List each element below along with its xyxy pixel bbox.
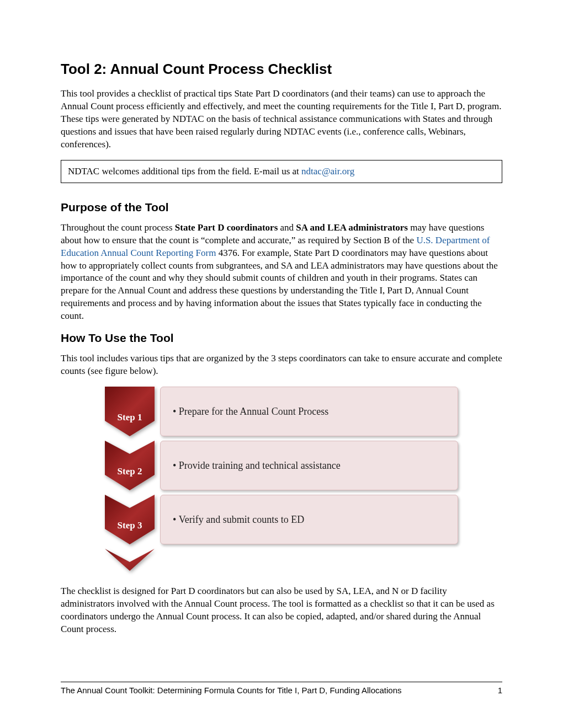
svg-marker-2	[105, 495, 155, 544]
step-text: Provide training and technical assistanc…	[179, 460, 341, 472]
footer-title: The Annual Count Toolkit: Determining Fo…	[61, 686, 402, 695]
document-page: Tool 2: Annual Count Process Checklist T…	[0, 0, 563, 728]
purpose-text-a: Throughout the count process	[61, 222, 175, 233]
step-box: • Prepare for the Annual Count Process	[160, 387, 458, 436]
svg-marker-1	[105, 441, 155, 490]
step-label: Step 3	[105, 520, 155, 531]
page-title: Tool 2: Annual Count Process Checklist	[61, 61, 502, 78]
step-text: Verify and submit counts to ED	[179, 514, 304, 526]
email-link[interactable]: ndtac@air.org	[301, 166, 354, 176]
purpose-text-b: and	[278, 222, 296, 233]
chevron-tail-icon	[105, 549, 155, 571]
page-footer: The Annual Count Toolkit: Determining Fo…	[61, 682, 502, 695]
howto-heading: How To Use the Tool	[61, 331, 502, 345]
step-label: Step 2	[105, 466, 155, 477]
step-text: Prepare for the Annual Count Process	[179, 406, 328, 417]
intro-paragraph: This tool provides a checklist of practi…	[61, 88, 502, 151]
purpose-text-d: 4376. For example, State Part D coordina…	[61, 248, 498, 322]
step-box: • Provide training and technical assista…	[160, 441, 458, 490]
svg-marker-0	[105, 387, 155, 436]
purpose-paragraph: Throughout the count process State Part …	[61, 222, 502, 323]
step-label: Step 1	[105, 412, 155, 423]
bullet-icon: •	[173, 514, 179, 526]
tip-box: NDTAC welcomes additional tips from the …	[61, 160, 502, 183]
svg-marker-3	[105, 549, 155, 571]
steps-figure: Step 1 • Prepare for the Annual Count Pr…	[105, 387, 458, 571]
page-number: 1	[498, 686, 502, 695]
footer-rule	[61, 682, 502, 682]
step-row: Step 2 • Provide training and technical …	[105, 441, 458, 490]
howto-paragraph: This tool includes various tips that are…	[61, 352, 502, 378]
footer-line: The Annual Count Toolkit: Determining Fo…	[61, 686, 502, 695]
bullet-icon: •	[173, 460, 179, 472]
step-row: Step 1 • Prepare for the Annual Count Pr…	[105, 387, 458, 436]
chevron-icon: Step 3	[105, 495, 155, 544]
tip-text: NDTAC welcomes additional tips from the …	[68, 166, 301, 176]
purpose-heading: Purpose of the Tool	[61, 201, 502, 214]
purpose-bold-1: State Part D coordinators	[175, 222, 278, 233]
step-row: Step 3 • Verify and submit counts to ED	[105, 495, 458, 544]
chevron-icon: Step 1	[105, 387, 155, 436]
step-box: • Verify and submit counts to ED	[160, 495, 458, 544]
purpose-bold-2: SA and LEA administrators	[296, 222, 408, 233]
chevron-icon: Step 2	[105, 441, 155, 490]
bullet-icon: •	[173, 406, 179, 417]
closing-paragraph: The checklist is designed for Part D coo…	[61, 585, 502, 636]
